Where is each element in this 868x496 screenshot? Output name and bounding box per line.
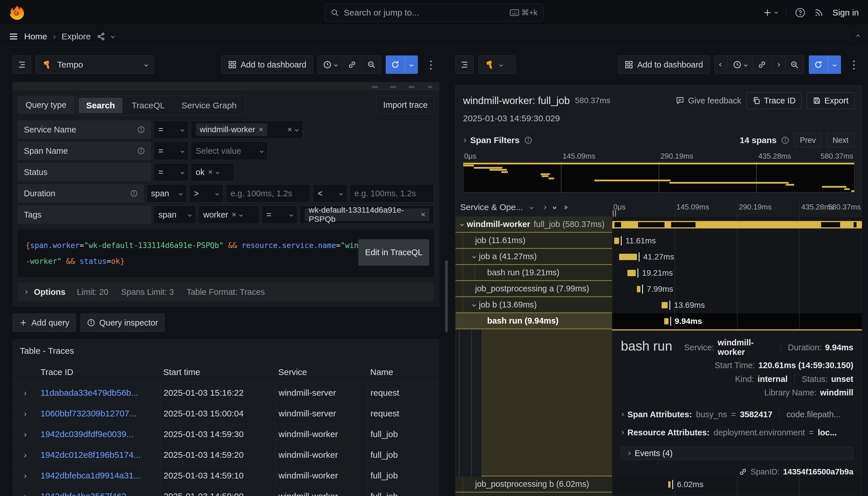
span-attributes-row[interactable]: Span Attributes: busy_ns = 3582417 code.… (621, 409, 853, 419)
duration-gt-operator[interactable]: > (189, 184, 223, 203)
span-bar[interactable] (612, 221, 862, 229)
scrollbar-thumb[interactable] (445, 260, 448, 332)
trace-id-link[interactable]: 1942dc012e8f196b5174... (38, 450, 160, 460)
service-name-value[interactable]: windmill-worker× × (191, 120, 303, 139)
status-value[interactable]: ok× (191, 163, 234, 181)
run-interval-chevron[interactable] (405, 56, 418, 74)
add-to-dashboard-button[interactable]: Add to dashboard (618, 56, 710, 74)
span-row[interactable]: job_postprocessing a (7.99ms) 7.99ms (455, 281, 862, 297)
status-operator[interactable]: = (154, 163, 188, 181)
resource-attributes-row[interactable]: Resource Attributes: deployment.environm… (621, 428, 853, 437)
clear-icon[interactable]: × (288, 125, 292, 134)
give-feedback-button[interactable]: Give feedback (676, 96, 741, 106)
span-expand-chevron[interactable] (472, 303, 476, 307)
row-expand-chevron[interactable]: › (13, 492, 38, 496)
chevron-right-icon[interactable] (463, 139, 466, 142)
chevron-down-icon[interactable] (530, 205, 534, 209)
span-name-cell[interactable]: job (11.61ms) (455, 233, 612, 249)
span-bar[interactable] (627, 270, 636, 276)
expand-all-icon[interactable] (563, 206, 567, 208)
row-expand-chevron[interactable]: › (13, 409, 38, 418)
chevron-right-icon[interactable] (543, 205, 547, 209)
query-history-button[interactable] (13, 56, 31, 74)
share-icon[interactable] (96, 32, 106, 41)
breadcrumb-home[interactable]: Home (24, 32, 47, 41)
sign-in-button[interactable]: Sign in (832, 8, 859, 17)
span-timeline-cell[interactable]: 11.61ms (612, 233, 862, 249)
prev-span-button[interactable]: Prev (794, 133, 822, 148)
remove-icon[interactable]: × (232, 210, 236, 219)
span-row[interactable]: job (11.61ms) 11.61ms (455, 233, 862, 249)
column-header[interactable]: Service (275, 363, 367, 382)
query-inspector-button[interactable]: Query inspector (80, 313, 165, 332)
edit-in-traceql-button[interactable]: Edit in TraceQL (358, 239, 429, 265)
tab-traceql[interactable]: TraceQL (124, 98, 172, 113)
span-row[interactable]: job c (286.87ms) 286.87ms (455, 493, 862, 496)
minimap-canvas[interactable] (463, 161, 854, 192)
span-timeline-cell[interactable]: 286.87ms (612, 493, 862, 496)
add-to-dashboard-button[interactable]: Add to dashboard (221, 56, 313, 74)
span-name-cell[interactable]: job_postprocessing b (6.02ms) (455, 477, 612, 493)
zoom-out-button[interactable] (362, 56, 381, 74)
import-trace-button[interactable]: Import trace (376, 96, 434, 114)
span-row[interactable]: bash run (19.21ms) 19.21ms (455, 265, 862, 281)
row-expand-chevron[interactable]: › (13, 471, 38, 480)
span-row[interactable]: job_postprocessing b (6.02ms) 6.02ms (455, 477, 862, 493)
span-name-cell[interactable]: job a (41.27ms) (455, 249, 612, 265)
duration-min-input[interactable]: e.g. 100ms, 1.2s (226, 184, 310, 203)
span-timeline-cell[interactable]: 7.99ms (612, 281, 862, 297)
events-section[interactable]: Events (4) (621, 447, 853, 460)
tab-service-graph[interactable]: Service Graph (174, 98, 244, 113)
next-span-button[interactable]: Next (826, 133, 854, 148)
span-name-operator[interactable]: = (154, 142, 188, 160)
trace-minimap[interactable]: 0μs145.09ms290.19ms435.28ms580.37ms (455, 151, 862, 196)
time-sync-link-button[interactable] (343, 56, 362, 74)
trace-id-link[interactable]: 1942dbfebca1d9914a31... (38, 471, 160, 480)
datasource-picker[interactable]: Tempo (36, 56, 154, 74)
zoom-out-button[interactable] (785, 56, 804, 74)
run-query-button[interactable] (386, 56, 418, 74)
table-row[interactable]: › 1942dc039dfdf9e0039... 2025-01-03 14:5… (13, 424, 439, 445)
table-row[interactable]: › 1942dbfebca1d9914a31... 2025-01-03 14:… (13, 465, 439, 486)
span-name-cell[interactable]: bash run (19.21ms) (455, 265, 612, 281)
grafana-logo[interactable] (9, 5, 25, 20)
row-expand-chevron[interactable]: › (13, 388, 38, 398)
link-icon[interactable] (739, 468, 747, 476)
column-header[interactable]: Name (367, 363, 439, 382)
span-row[interactable]: bash run (9.94ms) 9.94ms (455, 313, 862, 329)
add-query-button[interactable]: Add query (13, 313, 76, 332)
span-filters-label[interactable]: Span Filters (470, 135, 520, 145)
service-operation-header[interactable]: Service & Ope... (460, 202, 523, 212)
global-search-input[interactable]: Search or jump to... ⌘+k (325, 4, 543, 21)
news-rss-icon[interactable] (814, 8, 824, 17)
column-header[interactable]: Start time (160, 363, 275, 382)
remove-icon[interactable]: × (421, 210, 425, 219)
span-row[interactable]: job b (13.69ms) 13.69ms (455, 297, 862, 313)
span-row[interactable]: job a (41.27ms) 41.27ms (455, 249, 862, 265)
row-expand-chevron[interactable]: › (13, 429, 38, 439)
trace-id-button[interactable]: Trace ID (746, 92, 802, 109)
collapse-panel-icon[interactable] (856, 34, 860, 38)
span-name-cell[interactable]: bash run (9.94ms) (455, 313, 612, 329)
row-expand-chevron[interactable]: › (13, 450, 38, 460)
duration-lt-operator[interactable]: < (313, 184, 347, 203)
table-row[interactable]: › 11dabada33e479db56b... 2025-01-03 15:1… (13, 383, 439, 403)
datasource-picker[interactable] (478, 56, 516, 74)
trace-id-link[interactable]: 1942dbfc4be3567f462... (38, 492, 160, 496)
span-timeline-cell[interactable]: 6.02ms (612, 477, 862, 493)
column-header[interactable]: Trace ID (38, 363, 160, 382)
tags-scope-select[interactable]: span (154, 205, 196, 224)
trace-id-link[interactable]: 1942dc039dfdf9e0039... (38, 429, 160, 439)
export-button[interactable]: Export (807, 92, 854, 109)
time-picker-button[interactable] (728, 56, 753, 74)
shift-time-back-button[interactable] (714, 56, 728, 74)
service-name-operator[interactable]: = (154, 120, 188, 139)
panel-kebab-menu[interactable]: ⋮ (846, 58, 862, 71)
chevron-down-icon[interactable] (111, 34, 115, 38)
help-icon[interactable] (795, 7, 805, 18)
span-bar[interactable] (662, 302, 668, 308)
query-history-button[interactable] (455, 56, 474, 74)
tags-operator[interactable]: = (262, 205, 297, 224)
table-row[interactable]: › 1942dc012e8f196b5174... 2025-01-03 14:… (13, 445, 439, 465)
options-bar[interactable]: Options Limit: 20Spans Limit: 3Table For… (17, 283, 434, 301)
